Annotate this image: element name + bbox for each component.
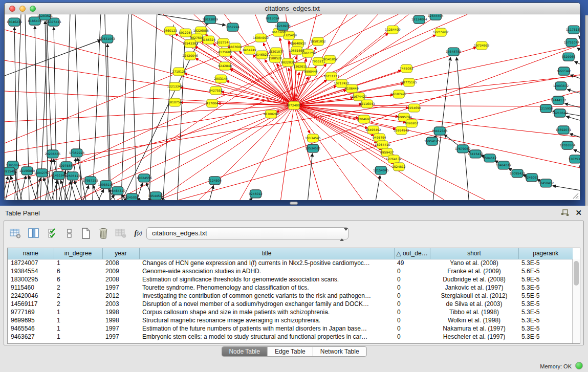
graph-node[interactable]: 7124504	[208, 177, 222, 185]
graph-node[interactable]: 15134545	[305, 134, 321, 142]
tab-network-table[interactable]: Network Table	[313, 347, 366, 356]
column-header-title[interactable]: title	[139, 248, 394, 259]
table-row[interactable]: 946554611997Estimation of the future num…	[8, 324, 573, 333]
graph-node[interactable]: 8822037	[281, 58, 295, 67]
graph-node[interactable]: 9154690	[407, 104, 421, 112]
graph-node[interactable]: 1524812	[392, 163, 406, 171]
table-select-dropdown[interactable]: citations_edges.txt	[146, 227, 349, 239]
column-header-in_degree[interactable]: in_degree	[54, 248, 102, 259]
graph-node[interactable]: 18134004	[411, 15, 427, 24]
graph-node[interactable]: 15954410	[375, 141, 390, 149]
column-header-name[interactable]: name	[8, 248, 54, 259]
graph-node[interactable]: 12024556	[137, 174, 153, 182]
table-mode-icon[interactable]	[8, 226, 23, 240]
graph-node[interactable]: 1215958	[539, 104, 553, 113]
graph-node[interactable]: 12764132	[386, 155, 402, 163]
column-header-out_de[interactable]: △ out_de…	[394, 248, 430, 259]
graph-node[interactable]: 11254409	[385, 26, 401, 34]
table-row[interactable]: 1938455462009Genome-wide association stu…	[8, 267, 573, 275]
delete-table-icon[interactable]	[96, 226, 111, 240]
graph-node[interactable]: 2803144	[214, 75, 228, 83]
graph-node[interactable]: 14544512	[148, 192, 164, 200]
graph-node[interactable]: 17359928	[69, 149, 85, 157]
graph-node[interactable]: 18412345	[432, 127, 448, 135]
graph-node[interactable]: 9245012	[249, 190, 263, 198]
table-row[interactable]: 1830029562008Estimation of significance …	[8, 275, 573, 283]
graph-node[interactable]: 8813054	[266, 14, 279, 23]
graph-node[interactable]: 15692071	[556, 126, 572, 134]
graph-node[interactable]: 12116043	[359, 100, 375, 108]
graph-node[interactable]: 15954125	[424, 137, 440, 145]
memory-status-indicator[interactable]	[575, 362, 583, 369]
float-panel-icon[interactable]	[560, 209, 570, 217]
graph-node[interactable]: 7485083	[400, 64, 413, 73]
graph-node[interactable]: 20531063	[100, 35, 116, 43]
table-row[interactable]: 1456911722003Disruption of a novel membe…	[8, 300, 573, 308]
graph-node[interactable]: 13534571	[305, 144, 321, 152]
graph-node[interactable]: 12213349	[167, 82, 183, 91]
network-graph[interactable]: 9860123891295418226058982750816543382818…	[5, 14, 580, 200]
graph-node[interactable]: 13942757	[34, 169, 50, 177]
graph-node[interactable]: 17016504	[560, 141, 576, 149]
graph-node[interactable]: 12450412	[538, 179, 554, 187]
graph-node[interactable]: 8096957	[405, 119, 419, 127]
import-table-icon[interactable]	[114, 226, 128, 240]
graph-node[interactable]: 20206586	[45, 150, 61, 158]
column-header-pagerank[interactable]: pagerank	[518, 248, 573, 259]
graph-node[interactable]: 19734933	[474, 41, 490, 50]
close-window-button[interactable]	[9, 6, 15, 12]
graph-node[interactable]: 18464320	[110, 187, 126, 195]
table-row[interactable]: 2242004622012Investigating the contribut…	[8, 292, 573, 300]
graph-node[interactable]: 9329966	[562, 53, 576, 61]
graph-node[interactable]: 9594512	[483, 154, 497, 162]
graph-node[interactable]: 11283521	[37, 14, 53, 20]
graph-node[interactable]: 10958107	[98, 181, 114, 189]
column-header-short[interactable]: short	[430, 248, 518, 259]
graph-node[interactable]: 10861665	[289, 47, 304, 55]
graph-node[interactable]: 11156889	[19, 167, 35, 175]
graph-node[interactable]: 2204697	[357, 115, 371, 123]
graph-node[interactable]: 13201877	[268, 48, 284, 56]
graph-node[interactable]: 18724007	[286, 101, 302, 110]
graph-node[interactable]: 417004	[206, 99, 218, 107]
graph-node[interactable]: 22420046	[182, 52, 198, 60]
graph-node[interactable]: 12093872	[553, 82, 569, 90]
table-row[interactable]: 969969511998Structural magnetic resonanc…	[8, 316, 573, 324]
graph-node[interactable]: 16210643	[552, 109, 568, 117]
graph-node[interactable]: 1810754	[168, 98, 182, 106]
graph-node[interactable]: 17957253	[83, 177, 99, 185]
graph-node[interactable]: 12544404	[428, 14, 444, 20]
network-canvas[interactable]: 9860123891295418226058982750816543382818…	[5, 14, 580, 200]
graph-node[interactable]: 8454749	[243, 46, 256, 54]
new-table-icon[interactable]	[79, 226, 93, 240]
window-resize-grip[interactable]	[572, 192, 579, 199]
graph-node[interactable]: 8427552	[209, 86, 223, 95]
graph-node[interactable]: 16095422	[510, 169, 526, 178]
graph-node[interactable]: 18300295	[263, 110, 279, 118]
table-row[interactable]: 946362711997Embryonic stem cells: a mode…	[8, 333, 573, 341]
graph-node[interactable]: 9245052	[125, 193, 139, 200]
graph-node[interactable]: 16543382	[182, 39, 198, 48]
graph-node[interactable]: 16033809	[202, 15, 218, 24]
graph-node[interactable]: 10975887	[59, 162, 75, 170]
graph-node[interactable]: 18775165	[401, 78, 417, 86]
graph-node[interactable]: 16495492	[365, 126, 381, 134]
window-titlebar[interactable]: citations_edges.txt	[5, 3, 580, 14]
graph-node[interactable]: 19218936	[275, 22, 291, 30]
graph-node[interactable]: 16984910	[253, 34, 269, 42]
graph-node[interactable]: 15751074	[564, 38, 580, 47]
table-scrollbar[interactable]	[572, 259, 580, 344]
graph-node[interactable]: 8106449	[345, 84, 359, 93]
graph-node[interactable]: 9146821	[255, 51, 269, 59]
graph-node[interactable]: 10464512	[496, 161, 512, 169]
graph-node[interactable]: 12505123	[65, 172, 81, 180]
graph-node[interactable]: 391540	[5, 167, 15, 176]
tab-node-table[interactable]: Node Table	[222, 347, 267, 356]
graph-node[interactable]: 12215987	[433, 28, 449, 36]
graph-node[interactable]: 12154045	[373, 166, 389, 174]
graph-node[interactable]: 16648784	[446, 48, 462, 56]
graph-node[interactable]: 18415412	[468, 150, 484, 158]
graph-node[interactable]: 18541852	[322, 55, 338, 63]
select-columns-icon[interactable]	[46, 226, 60, 240]
graph-node[interactable]: 9245032	[525, 173, 539, 182]
